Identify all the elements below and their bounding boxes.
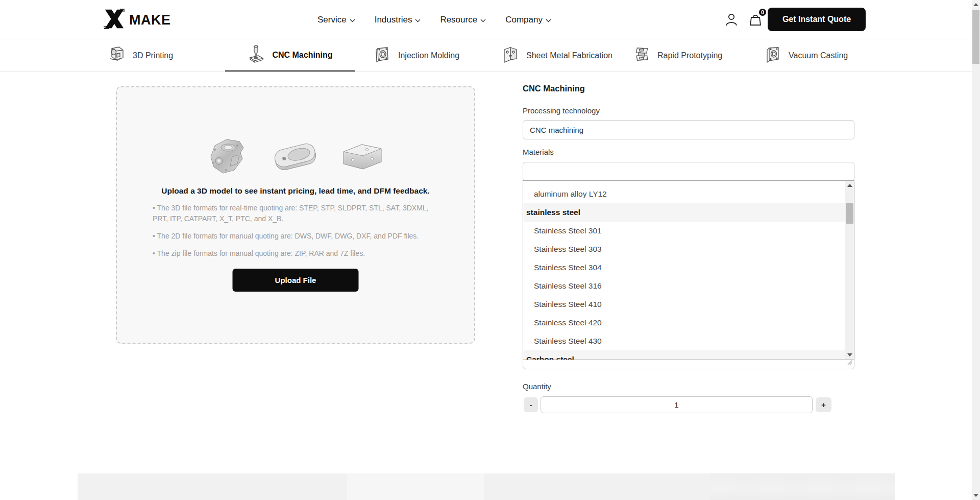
footer-banner — [78, 473, 895, 500]
nav-item-resource[interactable]: Resource — [440, 15, 486, 25]
page-scroll-up-icon[interactable] — [973, 3, 978, 6]
materials-input[interactable] — [523, 162, 854, 181]
bullet-zip-formats: • The zip file formats for manual quotin… — [153, 248, 440, 259]
tab-label: CNC Machining — [272, 51, 332, 60]
material-option-stainless-steel-301[interactable]: Stainless Steel 301 — [523, 222, 845, 240]
dropdown-scrollbar[interactable] — [845, 181, 854, 360]
processing-technology-label: Processing technology — [523, 106, 600, 115]
x-logo-icon — [103, 9, 126, 31]
brand-logo[interactable]: MAKE — [103, 9, 171, 31]
nav-label: Industries — [375, 15, 412, 25]
chevron-down-icon — [415, 15, 421, 25]
chevron-down-icon — [350, 15, 355, 25]
main-nav: Service Industries Resource Company — [317, 0, 551, 39]
user-account-icon[interactable] — [725, 12, 738, 29]
tab-sheet-metal-fabrication[interactable]: Sheet Metal Fabrication — [501, 39, 612, 72]
dropdown-scrollbar-thumb[interactable] — [846, 203, 853, 224]
footer-banner-highlight — [347, 473, 484, 500]
chevron-down-icon — [480, 15, 486, 25]
material-option-stainless-steel-303[interactable]: Stainless Steel 303 — [523, 240, 845, 258]
quantity-input[interactable] — [541, 396, 813, 413]
quantity-plus-button[interactable]: + — [816, 397, 831, 412]
upload-dropzone[interactable]: Upload a 3D model to see instant pricing… — [116, 86, 475, 344]
scroll-down-arrow-icon[interactable] — [847, 353, 852, 356]
tab-3d-printing[interactable]: 3D Printing — [108, 39, 173, 72]
bullet-2d-formats: • The 2D file formats for manual quoting… — [153, 231, 440, 242]
chevron-down-icon — [546, 15, 551, 25]
page-scrollbar-thumb[interactable] — [972, 10, 979, 64]
materials-option-list: aluminum alloy LY12 stainless steel Stai… — [523, 181, 845, 360]
header: MAKE Service Industries Resource Company — [0, 0, 980, 39]
mold-plate-icon — [373, 45, 391, 66]
material-option-stainless-steel-430[interactable]: Stainless Steel 430 — [523, 332, 845, 350]
cart-count-badge: 0 — [758, 8, 767, 17]
tab-label: Rapid Prototyping — [657, 51, 722, 60]
nav-label: Resource — [440, 15, 477, 25]
quantity-label: Quantity — [523, 382, 551, 391]
sheet-metal-icon — [501, 45, 520, 66]
file-format-notes: • The 3D file formats for real-time quot… — [153, 203, 440, 266]
prototype-parts-icon — [632, 45, 651, 66]
header-icons: 0 — [725, 12, 763, 29]
scroll-up-arrow-icon[interactable] — [847, 184, 852, 187]
get-instant-quote-button[interactable]: Get Instant Quote — [768, 8, 866, 31]
form-title: CNC Machining — [523, 84, 585, 93]
bullet-3d-formats: • The 3D file formats for real-time quot… — [153, 203, 440, 224]
cart-icon[interactable]: 0 — [748, 12, 763, 29]
footer-banner-image-edge — [710, 473, 895, 500]
tab-injection-molding[interactable]: Injection Molding — [373, 39, 459, 72]
page: MAKE Service Industries Resource Company — [0, 0, 980, 500]
casting-mold-icon — [764, 45, 782, 66]
processing-technology-input[interactable] — [523, 120, 854, 139]
nav-item-company[interactable]: Company — [505, 15, 551, 25]
upload-file-button[interactable]: Upload File — [233, 269, 359, 292]
page-scroll-down-icon[interactable] — [973, 494, 978, 497]
material-option-aluminum-alloy-ly12[interactable]: aluminum alloy LY12 — [523, 185, 845, 203]
cad-part-clevis-image — [270, 136, 321, 179]
material-option-stainless-steel-316[interactable]: Stainless Steel 316 — [523, 277, 845, 295]
tab-rapid-prototyping[interactable]: Rapid Prototyping — [632, 39, 722, 72]
brand-name: MAKE — [129, 12, 171, 28]
cad-part-housing-image — [204, 136, 255, 179]
material-group-carbon-steel: Carbon steel — [523, 350, 845, 360]
upload-headline: Upload a 3D model to see instant pricing… — [117, 186, 474, 196]
nav-label: Company — [505, 15, 543, 25]
sample-parts-row — [117, 136, 474, 179]
tab-vacuum-casting[interactable]: Vacuum Casting — [764, 39, 848, 72]
materials-label: Materials — [523, 148, 554, 156]
cad-part-bracket-image — [336, 136, 387, 179]
tab-label: Injection Molding — [398, 51, 459, 60]
tab-label: Sheet Metal Fabrication — [526, 51, 612, 60]
tab-label: Vacuum Casting — [789, 51, 848, 60]
material-option-stainless-steel-410[interactable]: Stainless Steel 410 — [523, 295, 845, 314]
nav-item-industries[interactable]: Industries — [375, 15, 421, 25]
process-tabbar: 3D Printing CNC Machining — [0, 39, 980, 72]
material-option-stainless-steel-420[interactable]: Stainless Steel 420 — [523, 314, 845, 332]
nav-item-service[interactable]: Service — [317, 15, 355, 25]
quantity-minus-button[interactable]: - — [524, 397, 538, 412]
3d-printer-icon — [108, 45, 126, 66]
nav-label: Service — [317, 15, 347, 25]
material-option-stainless-steel-304[interactable]: Stainless Steel 304 — [523, 258, 845, 277]
tab-label: 3D Printing — [133, 51, 173, 60]
page-scrollbar[interactable] — [972, 0, 980, 500]
material-group-stainless-steel: stainless steel — [523, 203, 845, 222]
tab-cnc-machining[interactable]: CNC Machining — [225, 39, 355, 72]
materials-dropdown: aluminum alloy LY12 stainless steel Stai… — [523, 180, 854, 360]
cnc-machine-icon — [247, 45, 265, 65]
